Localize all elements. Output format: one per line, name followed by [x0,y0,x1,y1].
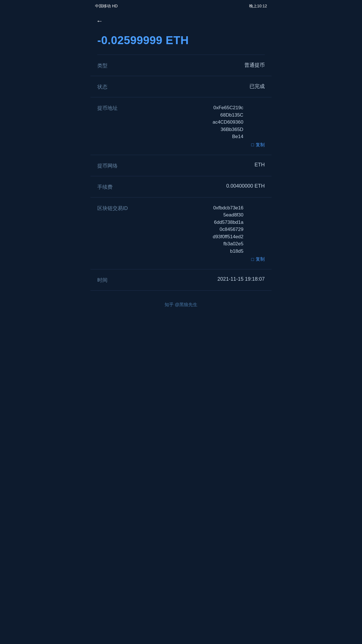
watermark-text: 知乎 @黑狼先生 [165,302,198,307]
network-row: 提币网络 ETH [90,155,272,176]
txid-copy-label: 复制 [256,256,265,262]
status-bar: 中国移动 HD 晚上10:12 [90,0,272,12]
address-block: 0xFe65C219c68Db135C ac4CD60936036Bb365D … [211,104,265,148]
watermark: 知乎 @黑狼先生 [90,291,272,314]
type-row: 类型 普通提币 [90,55,272,76]
address-row: 提币地址 0xFe65C219c68Db135C ac4CD60936036Bb… [90,97,272,155]
txid-block: 0xfbdcb73e165ead8f30 6dd5738bd1a0c845672… [212,204,265,263]
type-value: 普通提币 [244,62,265,68]
type-label: 类型 [97,62,107,69]
address-label: 提币地址 [97,104,118,111]
status-label: 状态 [97,83,107,90]
time-label: 时间 [97,276,107,284]
txid-label: 区块链交易ID [97,204,128,212]
status-value: 已完成 [249,83,265,90]
address-copy-button[interactable]: □ 复制 [211,142,265,148]
fee-label: 手续费 [97,183,113,190]
txid-value: 0xfbdcb73e165ead8f30 6dd5738bd1a0c845672… [212,204,244,255]
fee-value: 0.00400000 ETH [226,183,265,189]
carrier-text: 中国移动 HD [95,4,118,9]
network-label: 提币网络 [97,162,118,169]
amount-value: -0.02599999 ETH [97,34,265,47]
address-copy-label: 复制 [256,142,265,148]
time-value: 2021-11-15 19:18:07 [217,276,265,282]
time-row: 时间 2021-11-15 19:18:07 [90,269,272,291]
back-button[interactable]: ← [90,12,272,27]
copy-icon: □ [251,142,254,147]
txid-copy-button[interactable]: □ 复制 [212,256,265,262]
copy-icon-2: □ [251,257,254,262]
network-value: ETH [255,162,265,168]
time-text: 晚上10:12 [249,4,267,9]
fee-row: 手续费 0.00400000 ETH [90,176,272,198]
back-arrow-icon: ← [96,17,103,25]
address-line1: 0xFe65C219c68Db135C ac4CD60936036Bb365D … [211,104,243,140]
amount-section: -0.02599999 ETH [90,27,272,55]
txid-row: 区块链交易ID 0xfbdcb73e165ead8f30 6dd5738bd1a… [90,198,272,270]
status-row: 状态 已完成 [90,76,272,97]
